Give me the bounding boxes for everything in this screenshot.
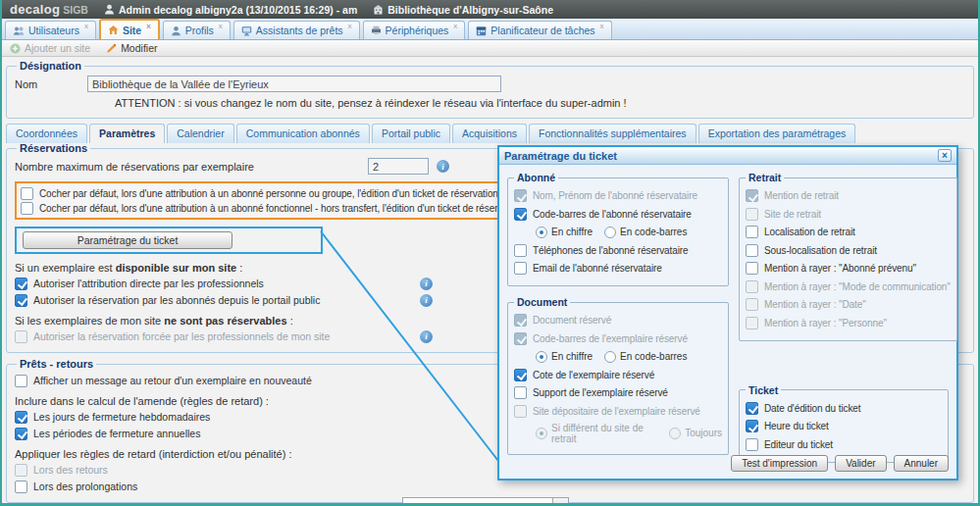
checkbox-row: Mention de retrait	[746, 189, 951, 203]
checkbox[interactable]	[746, 262, 758, 275]
checkbox-row: Mention à rayer : "Date"	[746, 298, 951, 312]
radio-icon[interactable]	[536, 227, 547, 238]
tab-close-icon[interactable]	[146, 23, 150, 30]
checkbox-label: Email de l'abonné réservataire	[533, 263, 662, 274]
radio-option-en-chiffre[interactable]: En chiffre	[536, 227, 593, 238]
checkbox[interactable]	[15, 411, 27, 424]
max-reservations-label: Nombre maximum de réservations par exemp…	[15, 161, 360, 173]
test-print-button[interactable]: Test d'impression	[731, 455, 828, 472]
validate-button[interactable]: Valider	[835, 455, 886, 472]
site-name-row: Nom	[15, 76, 965, 92]
checkbox-label: Cocher par défaut, lors d'une attributio…	[39, 188, 498, 199]
subtab-portail-public[interactable]: Portail public	[372, 124, 450, 143]
radio-group: En chiffreEn code-barres	[536, 350, 722, 364]
tab-close-icon[interactable]	[600, 23, 604, 30]
radio-label: En chiffre	[551, 227, 593, 237]
plus-icon	[10, 43, 21, 54]
abonne-options: Nom, Prénom de l'abonné réservataireCode…	[514, 189, 722, 276]
radio-label: En code-barres	[620, 351, 687, 362]
tab-utilisateurs[interactable]: Utilisateurs	[5, 21, 96, 39]
checkbox[interactable]	[514, 369, 527, 381]
retrait-legend: Retrait	[746, 172, 784, 183]
radio-icon[interactable]	[536, 351, 547, 363]
tab-close-icon[interactable]	[348, 23, 352, 30]
checkbox[interactable]	[15, 278, 27, 290]
dialog-body: Abonné Nom, Prénom de l'abonné réservata…	[499, 165, 956, 470]
checkbox-row: Sous-localisation de retrait	[746, 243, 951, 257]
checkbox[interactable]	[514, 208, 527, 221]
max-reservations-input[interactable]	[368, 158, 429, 175]
subtab-communication-abonnes[interactable]: Communication abonnés	[236, 124, 370, 143]
radio-option-en-chiffre[interactable]: En chiffre	[536, 351, 593, 363]
tab-label: Périphériques	[386, 25, 449, 36]
checkbox[interactable]	[21, 202, 33, 215]
subtab-coordonnees[interactable]: Coordonnées	[6, 124, 87, 143]
radio-option-en-code-barres[interactable]: En code-barres	[604, 351, 687, 363]
close-icon[interactable]	[938, 149, 952, 162]
radio-icon[interactable]	[604, 227, 616, 238]
cancel-button[interactable]: Annuler	[894, 455, 949, 472]
subtab-calendrier[interactable]: Calendrier	[167, 124, 233, 143]
checkbox-row: Mention à rayer : "Abonné prévenu"	[746, 262, 951, 276]
checkbox-label: Afficher un message au retour d'un exemp…	[33, 375, 312, 386]
tab-site[interactable]: Site	[99, 19, 160, 39]
site-name-input[interactable]	[87, 76, 501, 92]
info-icon[interactable]	[420, 330, 433, 343]
checkbox[interactable]	[514, 386, 527, 399]
radio-option-toujours: Toujours	[669, 428, 722, 439]
checkbox-row: Code-barres de l'exemplaire réservé	[514, 331, 722, 345]
profile-icon	[171, 25, 181, 36]
checkbox-row: Cocher par défaut, lors d'une attributio…	[21, 186, 493, 200]
modify-button[interactable]: Modifier	[106, 42, 157, 54]
tab-peripheriques[interactable]: Périphériques	[363, 21, 466, 39]
info-icon[interactable]	[420, 278, 433, 290]
abonne-legend: Abonné	[514, 172, 558, 183]
info-icon[interactable]	[437, 160, 449, 173]
tab-close-icon[interactable]	[84, 23, 88, 30]
checkbox-label: Document réservé	[533, 315, 611, 326]
subtab-fonctionnalites-supplementaires[interactable]: Fonctionnalités supplémentaires	[529, 124, 696, 143]
cutoff-dropdown[interactable]	[402, 497, 569, 506]
checkbox[interactable]	[746, 244, 758, 257]
tab-label: Planificateur de tâches	[490, 25, 594, 36]
checkbox[interactable]	[15, 428, 27, 440]
tab-close-icon[interactable]	[453, 23, 457, 30]
checkbox-row: Cocher par défaut, lors d'une attributio…	[21, 201, 493, 215]
tab-close-icon[interactable]	[219, 23, 223, 30]
checkbox[interactable]	[514, 262, 527, 275]
ticket-settings-button[interactable]: Paramétrage du ticket	[23, 231, 232, 249]
subtab-acquisitions[interactable]: Acquisitions	[452, 124, 527, 143]
checkbox[interactable]	[21, 187, 33, 200]
radio-icon[interactable]	[604, 351, 616, 363]
checkbox-label: Site dépositaire de l'exemplaire réservé	[533, 406, 700, 417]
checkbox[interactable]	[15, 375, 27, 387]
radio-option-en-code-barres[interactable]: En code-barres	[604, 227, 687, 238]
library-info: Bibliothèque d'Albigny-sur-Saône	[373, 4, 553, 16]
dialog-title-bar[interactable]: Paramétrage du ticket	[499, 147, 956, 165]
checkbox	[15, 464, 27, 477]
tab-planificateur-de-taches[interactable]: Planificateur de tâches	[468, 21, 611, 39]
checkbox[interactable]	[746, 438, 758, 451]
checkbox[interactable]	[746, 226, 758, 238]
tab-profils[interactable]: Profils	[163, 21, 231, 39]
radio-label: En chiffre	[551, 351, 593, 362]
checkbox[interactable]	[15, 294, 27, 307]
subtab-exportation-des-parametrages[interactable]: Exportation des paramétrages	[698, 124, 856, 143]
checkbox[interactable]	[15, 481, 27, 493]
chevron-down-icon[interactable]	[552, 498, 568, 506]
info-icon[interactable]	[420, 294, 433, 307]
checkbox[interactable]	[514, 244, 527, 257]
checkbox	[746, 298, 758, 311]
name-warning: ATTENTION : si vous changez le nom du si…	[115, 97, 965, 109]
subtab-parametres[interactable]: Paramètres	[89, 124, 165, 143]
checkbox[interactable]	[746, 402, 758, 415]
checkbox	[746, 189, 758, 202]
checkbox-row: Lors des prolongations	[15, 480, 965, 493]
dialog-right-column: Retrait Mention de retraitSite de retrai…	[739, 172, 949, 463]
tab-assistants-de-prets[interactable]: Assistants de prêts	[233, 21, 360, 39]
topbar: decalogSIGB Admin decalog albigny2a (13/…	[2, 0, 978, 19]
checkbox[interactable]	[746, 420, 758, 432]
checkbox-row: Nom, Prénom de l'abonné réservataire	[514, 189, 722, 203]
retrait-section: Retrait Mention de retraitSite de retrai…	[739, 172, 957, 341]
checkbox-row: Téléphones de l'abonné réservataire	[514, 243, 722, 257]
